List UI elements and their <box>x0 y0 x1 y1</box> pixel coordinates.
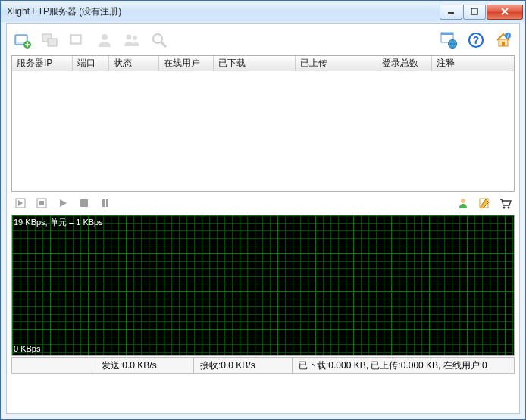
new-server-button[interactable] <box>13 30 33 50</box>
step-forward-button[interactable] <box>13 196 28 210</box>
window-title: Xlight FTP服务器 (没有注册) <box>7 5 440 18</box>
stop-button[interactable] <box>77 196 92 210</box>
home-button[interactable]: i <box>493 30 513 50</box>
col-server-ip[interactable]: 服务器IP <box>12 56 73 71</box>
edit-button[interactable] <box>477 196 492 210</box>
user-status-button[interactable] <box>456 196 471 210</box>
svg-point-11 <box>133 36 137 40</box>
svg-rect-1 <box>471 8 477 14</box>
main-toolbar: ? i <box>11 28 515 55</box>
server-table: 服务器IP 端口 状态 在线用户 已下载 已上传 登录总数 注释 <box>11 55 515 192</box>
svg-rect-6 <box>48 39 57 46</box>
svg-text:?: ? <box>473 34 480 46</box>
svg-point-32 <box>508 207 510 209</box>
svg-rect-15 <box>441 33 453 35</box>
content: ? i 服务器IP 端口 状态 在线用户 已下载 已上 <box>6 23 520 414</box>
col-status[interactable]: 状态 <box>109 56 159 71</box>
status-summary: 已下载:0.000 KB, 已上传:0.000 KB, 在线用户:0 <box>293 358 514 373</box>
col-port[interactable]: 端口 <box>73 56 109 71</box>
maximize-button[interactable] <box>463 5 486 20</box>
svg-rect-8 <box>72 36 80 42</box>
svg-rect-25 <box>39 201 44 205</box>
playback-bar <box>11 192 515 215</box>
status-send: 发送:0.0 KB/s <box>95 358 194 373</box>
chart-y-bottom-label: 0 KBps <box>14 344 40 353</box>
svg-rect-28 <box>106 199 108 207</box>
col-comment[interactable]: 注释 <box>432 56 514 71</box>
window-controls <box>440 5 524 20</box>
svg-line-13 <box>161 42 166 47</box>
col-login-count[interactable]: 登录总数 <box>377 56 432 71</box>
server-settings-button[interactable] <box>67 30 87 50</box>
svg-point-10 <box>127 35 132 40</box>
svg-point-9 <box>102 34 108 40</box>
svg-rect-26 <box>80 199 88 207</box>
user-button[interactable] <box>95 30 114 50</box>
help-button[interactable]: ? <box>466 30 486 50</box>
server-group-button[interactable] <box>40 30 60 50</box>
svg-point-29 <box>461 199 465 203</box>
bandwidth-chart: 19 KBps, 单元 = 1 KBps 0 KBps <box>11 215 515 356</box>
chart-y-top-label: 19 KBps, 单元 = 1 KBps <box>14 217 103 228</box>
stop-frame-button[interactable] <box>34 196 49 210</box>
titlebar: Xlight FTP服务器 (没有注册) <box>1 1 525 23</box>
svg-rect-27 <box>102 199 105 207</box>
status-empty <box>12 358 95 373</box>
play-button[interactable] <box>55 196 70 210</box>
status-bar: 发送:0.0 KB/s 接收:0.0 KB/s 已下载:0.000 KB, 已上… <box>11 357 515 374</box>
svg-rect-20 <box>502 42 505 46</box>
col-online-users[interactable]: 在线用户 <box>159 56 214 71</box>
users-button[interactable] <box>122 30 142 50</box>
cart-button[interactable] <box>498 196 513 210</box>
svg-rect-3 <box>17 36 26 42</box>
window: Xlight FTP服务器 (没有注册) <box>0 0 526 420</box>
close-button[interactable] <box>487 5 523 20</box>
search-button[interactable] <box>149 30 169 50</box>
pause-button[interactable] <box>98 196 113 210</box>
globe-button[interactable] <box>439 30 459 50</box>
svg-point-12 <box>153 34 162 43</box>
svg-point-31 <box>503 207 506 209</box>
col-uploaded[interactable]: 已上传 <box>296 56 377 71</box>
table-header: 服务器IP 端口 状态 在线用户 已下载 已上传 登录总数 注释 <box>12 56 514 71</box>
minimize-button[interactable] <box>440 5 462 20</box>
status-recv: 接收:0.0 KB/s <box>194 358 293 373</box>
col-downloaded[interactable]: 已下载 <box>214 56 296 71</box>
